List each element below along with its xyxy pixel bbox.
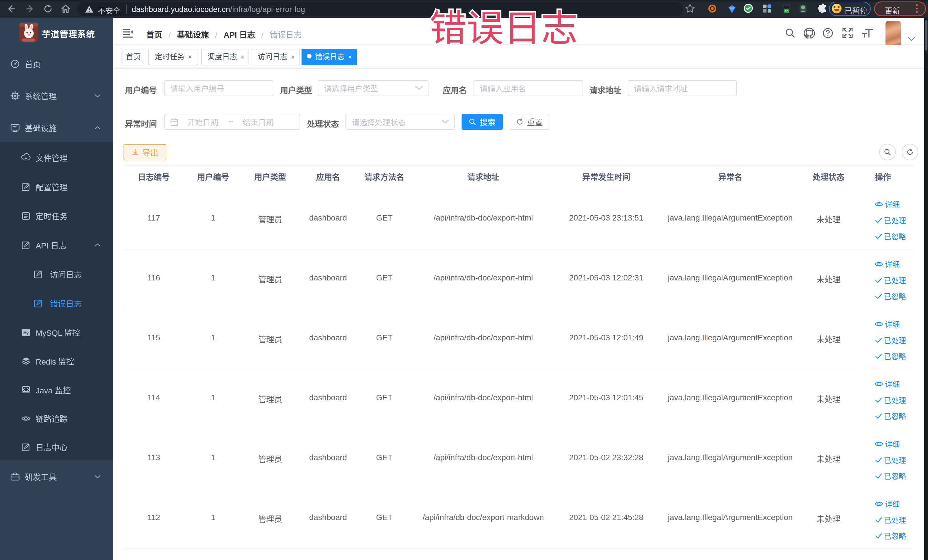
svg-text:on: on bbox=[785, 9, 789, 12]
svg-text:My: My bbox=[23, 331, 29, 335]
svg-text:错误日志: 错误日志 bbox=[430, 3, 578, 52]
